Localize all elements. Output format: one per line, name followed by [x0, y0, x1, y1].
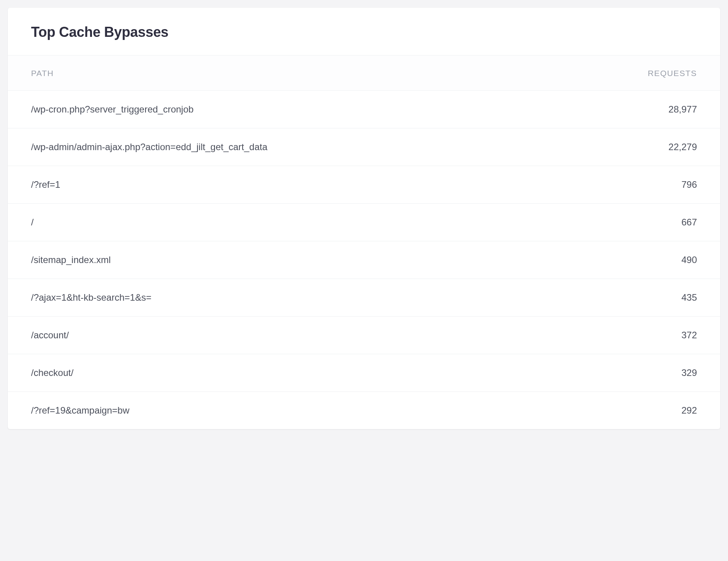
path-cell: /wp-cron.php?server_triggered_cronjob	[31, 104, 669, 115]
requests-cell: 372	[681, 330, 697, 341]
table-row[interactable]: /account/372	[8, 317, 720, 354]
card-header: Top Cache Bypasses	[8, 8, 720, 55]
table-row[interactable]: /wp-admin/admin-ajax.php?action=edd_jilt…	[8, 128, 720, 166]
requests-cell: 292	[681, 405, 697, 416]
table-row[interactable]: /sitemap_index.xml490	[8, 241, 720, 279]
table-row[interactable]: /?ref=19&campaign=bw292	[8, 392, 720, 429]
path-cell: /sitemap_index.xml	[31, 255, 681, 265]
requests-cell: 490	[681, 255, 697, 265]
requests-cell: 796	[681, 179, 697, 190]
requests-cell: 28,977	[669, 104, 697, 115]
path-cell: /?ref=19&campaign=bw	[31, 405, 681, 416]
column-header-requests[interactable]: REQUESTS	[648, 69, 697, 78]
table-row[interactable]: /checkout/329	[8, 354, 720, 392]
table-row[interactable]: /wp-cron.php?server_triggered_cronjob28,…	[8, 91, 720, 128]
table-row[interactable]: /667	[8, 204, 720, 241]
requests-cell: 22,279	[669, 142, 697, 152]
path-cell: /	[31, 217, 681, 228]
path-cell: /wp-admin/admin-ajax.php?action=edd_jilt…	[31, 142, 669, 152]
table-header: PATH REQUESTS	[8, 55, 720, 91]
card-title: Top Cache Bypasses	[31, 24, 697, 40]
path-cell: /account/	[31, 330, 681, 341]
path-cell: /?ajax=1&ht-kb-search=1&s=	[31, 292, 681, 303]
column-header-path[interactable]: PATH	[31, 69, 54, 78]
requests-cell: 435	[681, 292, 697, 303]
table-row[interactable]: /?ajax=1&ht-kb-search=1&s=435	[8, 279, 720, 317]
path-cell: /?ref=1	[31, 179, 681, 190]
requests-cell: 667	[681, 217, 697, 228]
cache-bypasses-card: Top Cache Bypasses PATH REQUESTS /wp-cro…	[8, 8, 720, 429]
requests-cell: 329	[681, 367, 697, 378]
table-row[interactable]: /?ref=1796	[8, 166, 720, 204]
path-cell: /checkout/	[31, 367, 681, 378]
table-body: /wp-cron.php?server_triggered_cronjob28,…	[8, 91, 720, 429]
